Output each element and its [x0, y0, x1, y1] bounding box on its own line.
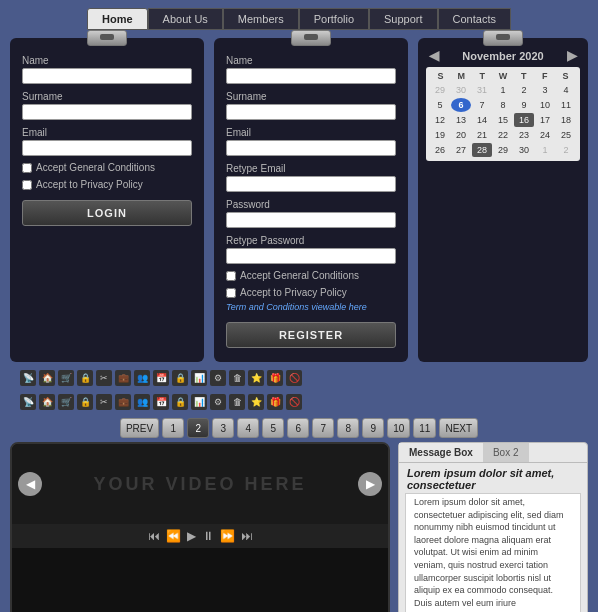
reg-password-input[interactable] [226, 212, 396, 228]
tab-box2[interactable]: Box 2 [483, 443, 529, 462]
reg-surname-input[interactable] [226, 104, 396, 120]
users2-icon[interactable]: 👥 [134, 394, 150, 410]
calendar-day[interactable]: 31 [472, 83, 492, 97]
calendar-day[interactable]: 16 [514, 113, 534, 127]
calendar-day[interactable]: 9 [514, 98, 534, 112]
cart2-icon[interactable]: 🛒 [58, 394, 74, 410]
trash2-icon[interactable]: 🗑 [229, 394, 245, 410]
calendar-day[interactable]: 5 [430, 98, 450, 112]
ban2-icon[interactable]: 🚫 [286, 394, 302, 410]
gift-icon[interactable]: 🎁 [267, 370, 283, 386]
nav-portfolio[interactable]: Portfolio [299, 8, 369, 30]
calendar-day[interactable]: 25 [556, 128, 576, 142]
name-input[interactable] [22, 68, 192, 84]
calendar-day[interactable]: 17 [535, 113, 555, 127]
star-icon[interactable]: ⭐ [248, 370, 264, 386]
reg-accept-privacy-checkbox[interactable] [226, 288, 236, 298]
calendar-day[interactable]: 28 [472, 143, 492, 157]
lock2-icon[interactable]: 🔒 [172, 370, 188, 386]
calendar-day[interactable]: 22 [493, 128, 513, 142]
tab-message-box[interactable]: Message Box [399, 443, 483, 462]
nav-about[interactable]: About Us [148, 8, 223, 30]
video-pause-button[interactable]: ⏸ [202, 529, 214, 543]
gear-icon[interactable]: ⚙ [210, 370, 226, 386]
calendar2-icon[interactable]: 📅 [153, 394, 169, 410]
email-input[interactable] [22, 140, 192, 156]
surname-input[interactable] [22, 104, 192, 120]
scissors2-icon[interactable]: ✂ [96, 394, 112, 410]
cal-prev-button[interactable]: ◀ [426, 48, 442, 63]
terms-link[interactable]: Term and Conditions viewable here [226, 302, 396, 312]
nav-home[interactable]: Home [87, 8, 148, 30]
page-9[interactable]: 9 [362, 418, 384, 438]
page-10[interactable]: 10 [387, 418, 410, 438]
ban-icon[interactable]: 🚫 [286, 370, 302, 386]
calendar-day[interactable]: 29 [493, 143, 513, 157]
video-prev-button[interactable]: ◀ [18, 472, 42, 496]
video-rewind-button[interactable]: ⏮ [148, 529, 160, 543]
calendar-day[interactable]: 18 [556, 113, 576, 127]
calendar-day[interactable]: 6 [451, 98, 471, 112]
calendar-day[interactable]: 29 [430, 83, 450, 97]
page-11[interactable]: 11 [413, 418, 436, 438]
briefcase-icon[interactable]: 💼 [115, 370, 131, 386]
nav-contacts[interactable]: Contacts [438, 8, 511, 30]
calendar-day[interactable]: 1 [493, 83, 513, 97]
page-3[interactable]: 3 [212, 418, 234, 438]
calendar-day[interactable]: 15 [493, 113, 513, 127]
calendar-day[interactable]: 10 [535, 98, 555, 112]
calendar-day[interactable]: 23 [514, 128, 534, 142]
calendar-day[interactable]: 7 [472, 98, 492, 112]
calendar-day[interactable]: 26 [430, 143, 450, 157]
calendar-day[interactable]: 21 [472, 128, 492, 142]
calendar-day[interactable]: 30 [514, 143, 534, 157]
next-button[interactable]: NEXT [439, 418, 478, 438]
chart2-icon[interactable]: 📊 [191, 394, 207, 410]
reg-retype-password-input[interactable] [226, 248, 396, 264]
calendar-day[interactable]: 12 [430, 113, 450, 127]
home2-icon[interactable]: 🏠 [39, 394, 55, 410]
video-next-button[interactable]: ▶ [358, 472, 382, 496]
lock-icon[interactable]: 🔒 [77, 370, 93, 386]
reg-accept-conditions-checkbox[interactable] [226, 271, 236, 281]
accept-privacy-checkbox[interactable] [22, 180, 32, 190]
calendar-day[interactable]: 20 [451, 128, 471, 142]
star2-icon[interactable]: ⭐ [248, 394, 264, 410]
calendar-icon[interactable]: 📅 [153, 370, 169, 386]
accept-conditions-checkbox[interactable] [22, 163, 32, 173]
rss2-icon[interactable]: 📡 [20, 394, 36, 410]
calendar-day[interactable]: 4 [556, 83, 576, 97]
trash-icon[interactable]: 🗑 [229, 370, 245, 386]
page-8[interactable]: 8 [337, 418, 359, 438]
calendar-day[interactable]: 2 [514, 83, 534, 97]
nav-members[interactable]: Members [223, 8, 299, 30]
page-7[interactable]: 7 [312, 418, 334, 438]
scissors-icon[interactable]: ✂ [96, 370, 112, 386]
page-1[interactable]: 1 [162, 418, 184, 438]
page-4[interactable]: 4 [237, 418, 259, 438]
lock4-icon[interactable]: 🔒 [172, 394, 188, 410]
prev-button[interactable]: PREV [120, 418, 159, 438]
chart-icon[interactable]: 📊 [191, 370, 207, 386]
cart-icon[interactable]: 🛒 [58, 370, 74, 386]
gift2-icon[interactable]: 🎁 [267, 394, 283, 410]
calendar-day[interactable]: 13 [451, 113, 471, 127]
users-icon[interactable]: 👥 [134, 370, 150, 386]
page-5[interactable]: 5 [262, 418, 284, 438]
calendar-day[interactable]: 24 [535, 128, 555, 142]
video-fast-fwd-button[interactable]: ⏭ [241, 529, 253, 543]
lock3-icon[interactable]: 🔒 [77, 394, 93, 410]
calendar-day[interactable]: 2 [556, 143, 576, 157]
page-6[interactable]: 6 [287, 418, 309, 438]
page-2-active[interactable]: 2 [187, 418, 209, 438]
calendar-day[interactable]: 8 [493, 98, 513, 112]
reg-email-input[interactable] [226, 140, 396, 156]
register-button[interactable]: REGISTER [226, 322, 396, 348]
reg-name-input[interactable] [226, 68, 396, 84]
nav-support[interactable]: Support [369, 8, 438, 30]
calendar-day[interactable]: 30 [451, 83, 471, 97]
login-button[interactable]: LOGIN [22, 200, 192, 226]
video-play-button[interactable]: ▶ [187, 529, 196, 543]
video-step-fwd-button[interactable]: ⏩ [220, 529, 235, 543]
home-icon[interactable]: 🏠 [39, 370, 55, 386]
